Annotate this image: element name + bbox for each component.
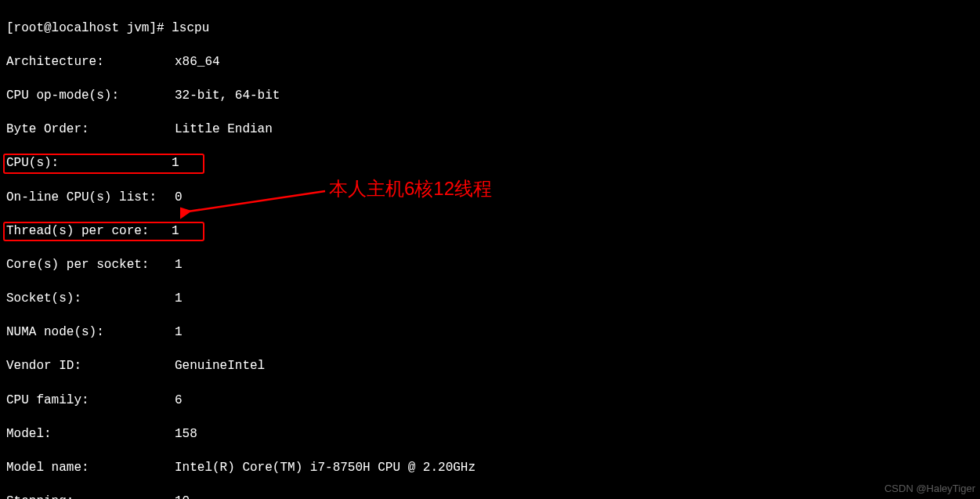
val: 1 — [172, 224, 179, 238]
val: 10 — [175, 494, 190, 499]
row-online-cpus: On-line CPU(s) list:0 — [6, 190, 974, 207]
lbl: Thread(s) per core: — [6, 223, 172, 240]
row-model: Model:158 — [6, 426, 974, 443]
row-sockets: Socket(s):1 — [6, 291, 974, 308]
row-vendor: Vendor ID:GenuineIntel — [6, 358, 974, 375]
row-numa-nodes: NUMA node(s):1 — [6, 324, 974, 342]
watermark-text: CSDN @HaleyTiger — [884, 482, 975, 496]
row-model-name: Model name:Intel(R) Core(TM) i7-8750H CP… — [6, 460, 974, 477]
row-cores: Core(s) per socket:1 — [6, 257, 974, 274]
terminal-output: [root@localhost jvm]# lscpu Architecture… — [0, 0, 980, 499]
lbl: CPU family: — [6, 392, 175, 410]
val: x86_64 — [175, 54, 220, 71]
lbl: On-line CPU(s) list: — [6, 190, 175, 207]
row-family: CPU family:6 — [6, 392, 974, 410]
lbl: Stepping: — [6, 494, 175, 499]
val: 6 — [175, 392, 183, 410]
val: 0 — [175, 190, 183, 207]
lbl: Model: — [6, 426, 175, 443]
row-architecture: Architecture:x86_64 — [6, 54, 974, 71]
val: 1 — [175, 291, 183, 308]
val: 32-bit, 64-bit — [175, 88, 280, 105]
val: Little Endian — [175, 121, 273, 139]
prompt-line: [root@localhost jvm]# lscpu — [6, 20, 974, 38]
row-threads-highlight: Thread(s) per core:1 — [6, 223, 974, 240]
val: 1 — [175, 324, 183, 342]
row-op-modes: CPU op-mode(s):32-bit, 64-bit — [6, 88, 974, 105]
lbl: Model name: — [6, 460, 175, 477]
row-stepping: Stepping:10 — [6, 494, 974, 499]
lbl: Socket(s): — [6, 291, 175, 308]
val: 1 — [172, 156, 179, 170]
row-byte-order: Byte Order:Little Endian — [6, 121, 974, 139]
lbl: CPU op-mode(s): — [6, 88, 175, 105]
val: 158 — [175, 426, 197, 443]
lbl: Core(s) per socket: — [6, 257, 175, 274]
lbl: Byte Order: — [6, 121, 175, 139]
val: 1 — [175, 257, 183, 274]
lbl: Vendor ID: — [6, 358, 175, 375]
lbl: CPU(s): — [6, 155, 172, 172]
lbl: NUMA node(s): — [6, 324, 175, 342]
row-cpus-highlight: CPU(s):1 — [6, 155, 974, 172]
val: Intel(R) Core(TM) i7-8750H CPU @ 2.20GHz — [175, 460, 476, 477]
lbl: Architecture: — [6, 54, 175, 71]
val: GenuineIntel — [175, 358, 265, 375]
